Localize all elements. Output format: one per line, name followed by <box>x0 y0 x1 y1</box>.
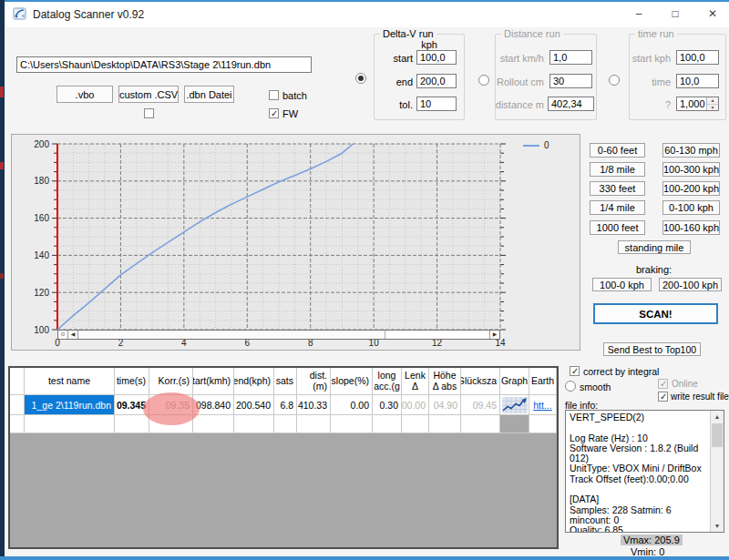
chevron-up-icon[interactable]: ▲ <box>707 97 718 105</box>
zoom-reset-icon[interactable]: ⊙ <box>58 331 68 339</box>
correct-by-integral-checkbox[interactable] <box>570 366 580 376</box>
scrollbar-thumb[interactable] <box>78 331 385 339</box>
tolerance-label: tol. <box>374 99 413 110</box>
fw-checkbox[interactable] <box>269 108 279 118</box>
btn-330-feet[interactable]: 330 feet <box>590 181 645 196</box>
svg-text:100: 100 <box>34 325 49 335</box>
btn-0-100-kph[interactable]: 0-100 kph <box>662 200 720 215</box>
chart-scrollbar[interactable]: ⊙ ◀ ▶ <box>57 330 500 340</box>
chart-panel: 10012014016018020002468101214 0 ⊙ ◀ ▶ <box>11 134 580 351</box>
chevron-down-icon[interactable]: ▼ <box>707 105 718 111</box>
results-table: test name time(s) Korr.(s) start(kmh) en… <box>8 366 559 549</box>
column-header-hoehe[interactable]: Höhe Δ abs <box>429 368 461 395</box>
distance-m-input[interactable]: 402,34 <box>548 97 594 111</box>
column-header-graph[interactable]: Graph <box>500 368 529 395</box>
time-input[interactable]: 10,0 <box>676 74 719 88</box>
maximize-icon[interactable]: □ <box>665 5 685 23</box>
column-header-end[interactable]: end(kph) <box>234 368 274 395</box>
scroll-right-icon[interactable]: ▶ <box>489 331 499 339</box>
speed-vs-time-chart[interactable]: 10012014016018020002468101214 <box>12 135 581 351</box>
file-info-scrollbar[interactable]: ▲ ▼ <box>710 411 724 532</box>
desktop-fleck <box>0 87 4 97</box>
start-kmh-input[interactable]: 1,0 <box>549 50 592 65</box>
rollout-label: Rollout cm <box>495 76 544 87</box>
btn-0-60-feet[interactable]: 0-60 feet <box>590 143 645 158</box>
online-checkbox <box>658 379 668 389</box>
scroll-left-icon[interactable]: ◀ <box>68 331 78 339</box>
vbo-button[interactable]: .vbo <box>56 86 113 103</box>
close-icon[interactable]: ✕ <box>703 5 723 23</box>
start-label: start <box>374 53 413 64</box>
cell-sats[interactable]: 6.8 <box>274 395 297 415</box>
btn-1000-feet[interactable]: 1000 feet <box>590 220 645 235</box>
column-header-selector <box>10 368 25 395</box>
write-result-file-checkbox[interactable] <box>658 392 668 402</box>
graph-thumbnail-icon <box>502 397 528 413</box>
svg-text:120: 120 <box>34 288 49 298</box>
cell-slope[interactable]: 0.00 <box>331 395 373 415</box>
time-start-input[interactable]: 100,0 <box>676 50 719 65</box>
btn-100-300-kph[interactable]: 100-300 kph <box>662 162 720 177</box>
scroll-down-icon[interactable]: ▼ <box>711 520 724 532</box>
stepper-value: 1,000 <box>680 98 705 109</box>
column-header-time[interactable]: time(s) <box>115 368 149 395</box>
column-header-gluecksz[interactable]: Glücksza <box>461 368 500 395</box>
btn-100-160-kph[interactable]: 100-160 kph <box>662 220 720 235</box>
btn-1-4-mile[interactable]: 1/4 mile <box>590 200 645 215</box>
file-info-box[interactable]: VERT_SPEED(2) Log Rate (Hz) : 10 Softwar… <box>565 410 724 533</box>
batch-checkbox[interactable] <box>269 90 279 100</box>
column-header-dist[interactable]: dist.(m) <box>297 368 331 395</box>
tolerance-input[interactable]: 10 <box>416 97 457 111</box>
smooth-radio[interactable] <box>565 381 576 392</box>
scan-button[interactable]: SCAN! <box>593 303 718 324</box>
smooth-label: smooth <box>580 382 611 392</box>
column-header-sats[interactable]: sats <box>274 368 297 395</box>
cell-earth-link[interactable]: htt... <box>529 395 557 415</box>
btn-60-130-mph[interactable]: 60-130 mph <box>662 143 720 158</box>
btn-1-8-mile[interactable]: 1/8 mile <box>590 162 645 177</box>
dbn-datei-button[interactable]: .dbn Datei <box>184 86 234 103</box>
cell-hoehe[interactable]: 04.90 <box>429 395 461 415</box>
btn-standing-mile[interactable]: standing mile <box>618 240 691 254</box>
cell-end[interactable]: 200.540 <box>234 395 274 415</box>
file-path-input[interactable]: C:\Users\Shaun\Desktop\DATA\RS3\Stage 2\… <box>16 56 312 73</box>
kph-unit-label: kph <box>406 39 452 50</box>
column-header-slope[interactable]: slope(%) <box>331 368 373 395</box>
column-header-start[interactable]: start(kmh) <box>193 368 234 395</box>
legend-line-icon <box>523 145 539 147</box>
minimize-icon[interactable]: – <box>629 5 649 23</box>
cell-graph[interactable] <box>500 395 529 415</box>
column-header-long-acc[interactable]: long acc.(g <box>373 368 402 395</box>
end-kph-input[interactable]: 200,0 <box>416 74 457 88</box>
column-header-earth[interactable]: Earth <box>529 368 557 395</box>
cell-start[interactable]: 098.840 <box>193 395 234 415</box>
svg-text:180: 180 <box>34 176 49 186</box>
btn-100-0-kph[interactable]: 100-0 kph <box>592 278 652 291</box>
time-run-radio[interactable] <box>609 75 620 86</box>
delta-v-run-radio[interactable] <box>355 73 366 84</box>
custom-csv-button[interactable]: custom .CSV <box>118 86 179 103</box>
cell-gluecksz[interactable]: 09.45 <box>461 395 500 415</box>
send-best-button[interactable]: Send Best to Top100 <box>603 342 701 356</box>
column-header-test-name[interactable]: test name <box>25 368 115 395</box>
cell-long-acc[interactable]: 0.30 <box>373 395 402 415</box>
svg-text:200: 200 <box>34 139 49 149</box>
time-run-title: time run <box>635 28 677 39</box>
cell-dist[interactable]: 410.33 <box>297 395 331 415</box>
quantity-stepper[interactable]: 1,000 ▲ ▼ <box>676 97 719 111</box>
braking-label: braking: <box>636 264 672 275</box>
start-kph-input[interactable]: 100,0 <box>416 50 457 65</box>
distance-run-radio[interactable] <box>478 75 489 86</box>
btn-200-100-kph[interactable]: 200-100 kph <box>659 278 722 291</box>
question-label: ? <box>629 99 671 110</box>
cell-lenk[interactable]: 00.00 <box>402 395 429 415</box>
column-header-lenk[interactable]: Lenk Δ <box>402 368 429 395</box>
scroll-up-icon[interactable]: ▲ <box>711 411 724 423</box>
row-selector-cell[interactable] <box>10 395 25 415</box>
rollout-input[interactable]: 30 <box>549 74 592 88</box>
btn-100-200-kph[interactable]: 100-200 kph <box>662 181 720 196</box>
scrollbar-thumb[interactable] <box>712 423 723 447</box>
csv-option-checkbox[interactable] <box>144 108 154 118</box>
column-header-korr[interactable]: Korr.(s) <box>149 368 193 395</box>
cell-test-name[interactable]: 1_ge 2\119run.dbn <box>25 395 115 415</box>
